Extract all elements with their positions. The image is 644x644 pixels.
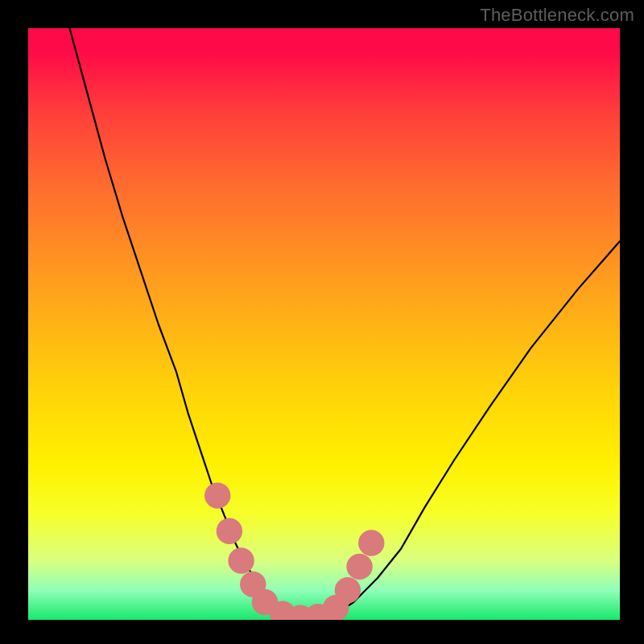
marker-point (217, 518, 242, 544)
bottleneck-curve (70, 28, 621, 620)
watermark-text: TheBottleneck.com (480, 5, 634, 26)
marker-point (228, 547, 254, 573)
marker-point (204, 482, 230, 508)
curve-layer (28, 28, 620, 620)
marker-point (335, 577, 361, 603)
chart-frame: TheBottleneck.com (0, 0, 644, 644)
plot-area (28, 28, 620, 620)
marker-point (346, 554, 372, 580)
marker-point (358, 530, 384, 555)
